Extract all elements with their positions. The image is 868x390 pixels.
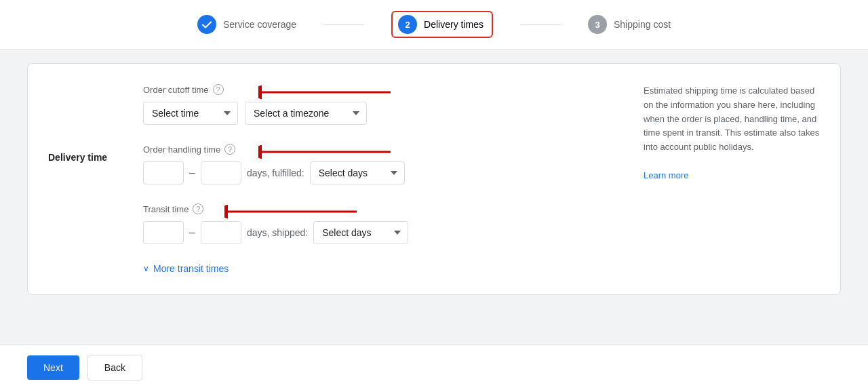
- form-area: Order cutoff time ? Select time Select a…: [143, 84, 616, 274]
- learn-more-link[interactable]: Learn more: [644, 170, 688, 180]
- step-label-delivery-times: Delivery times: [424, 19, 484, 30]
- step-circle-1: [197, 15, 216, 34]
- transit-max-input[interactable]: [201, 221, 241, 244]
- step-label-shipping-cost: Shipping cost: [614, 19, 671, 30]
- order-handling-label: Order handling time ?: [143, 144, 616, 155]
- order-handling-section: Order handling time ? – days, fulfilled:…: [143, 144, 616, 184]
- stepper-bar: Service coverage 2 Delivery times 3 Ship…: [0, 0, 868, 50]
- order-handling-range: – days, fulfilled: Select days: [143, 161, 616, 184]
- step-connector-2: [520, 24, 561, 25]
- handling-min-input[interactable]: [143, 161, 184, 184]
- handling-max-input[interactable]: [201, 161, 241, 184]
- order-cutoff-help-icon[interactable]: ?: [213, 84, 224, 95]
- more-transit-label: More transit times: [153, 263, 229, 274]
- order-cutoff-section: Order cutoff time ? Select time Select a…: [143, 84, 616, 125]
- info-panel: Estimated shipping time is calculated ba…: [644, 84, 820, 274]
- delivery-time-label: Delivery time: [48, 84, 116, 274]
- select-timezone-dropdown[interactable]: Select a timezone: [245, 102, 367, 125]
- step-service-coverage[interactable]: Service coverage: [197, 15, 296, 34]
- transit-range: – days, shipped: Select days: [143, 221, 616, 244]
- info-text: Estimated shipping time is calculated ba…: [644, 84, 820, 155]
- step-connector-1: [323, 24, 364, 25]
- step-shipping-cost[interactable]: 3 Shipping cost: [588, 15, 671, 34]
- transit-label: Transit time ?: [143, 203, 616, 214]
- step-delivery-times[interactable]: 2 Delivery times: [391, 11, 493, 38]
- transit-min-input[interactable]: [143, 221, 184, 244]
- transit-days-label: days, shipped:: [247, 227, 308, 238]
- chevron-down-icon: ∨: [143, 264, 149, 273]
- handling-dash: –: [189, 167, 195, 179]
- handling-select-days[interactable]: Select days: [310, 161, 405, 184]
- order-handling-help-icon[interactable]: ?: [224, 144, 235, 155]
- handling-days-label: days, fulfilled:: [247, 168, 304, 178]
- order-cutoff-selects: Select time Select a timezone: [143, 102, 616, 125]
- next-button[interactable]: Next: [27, 355, 79, 380]
- delivery-times-card: Delivery time Order cutoff time ?: [27, 63, 841, 295]
- transit-section: Transit time ? – days, shipped: Select d…: [143, 203, 616, 244]
- step-circle-3: 3: [588, 15, 607, 34]
- transit-help-icon[interactable]: ?: [193, 203, 203, 214]
- more-transit-toggle[interactable]: ∨ More transit times: [143, 263, 616, 274]
- step-circle-2: 2: [398, 15, 417, 34]
- back-button[interactable]: Back: [87, 355, 142, 381]
- transit-dash: –: [189, 227, 195, 239]
- transit-select-days[interactable]: Select days: [313, 221, 408, 244]
- main-content: Delivery time Order cutoff time ?: [0, 50, 868, 345]
- order-cutoff-label: Order cutoff time ?: [143, 84, 616, 95]
- footer: Next Back: [0, 345, 868, 390]
- select-time-dropdown[interactable]: Select time: [143, 102, 238, 125]
- step-label-service-coverage: Service coverage: [223, 19, 296, 30]
